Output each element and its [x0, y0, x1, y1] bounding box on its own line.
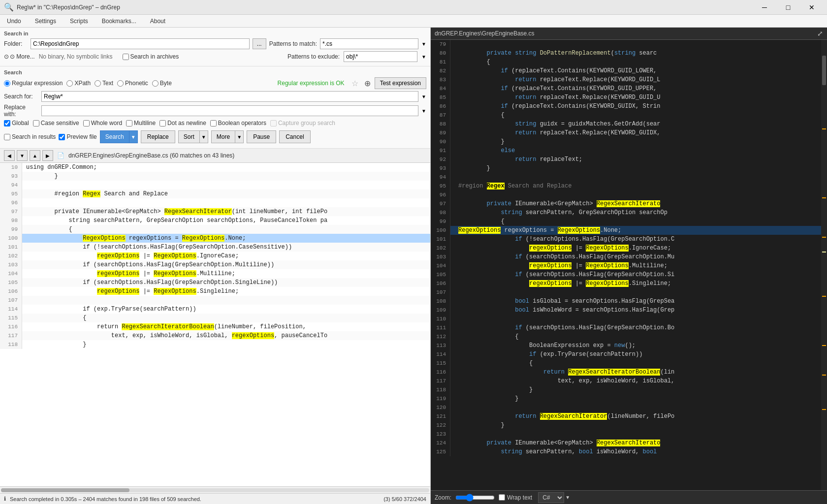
- case-label[interactable]: Case sensitive: [33, 120, 79, 126]
- lang-dropdown-arrow[interactable]: ▼: [565, 495, 570, 500]
- add-icon[interactable]: ⊕: [364, 79, 371, 88]
- list-item: 97 private IEnumerable<GrepMatch> RegexS…: [431, 199, 821, 208]
- wrap-text-checkbox[interactable]: [499, 494, 505, 501]
- preview-checkbox[interactable]: [59, 134, 65, 140]
- folder-input[interactable]: [31, 38, 250, 49]
- dropdown-arrow-search[interactable]: ▼: [421, 94, 426, 99]
- replace-with-input[interactable]: [41, 105, 418, 116]
- more-btn[interactable]: More: [211, 130, 235, 143]
- browse-btn[interactable]: ...: [253, 38, 266, 49]
- minimize-btn[interactable]: ─: [753, 1, 776, 13]
- test-expression-btn[interactable]: Test expression: [375, 77, 426, 89]
- menu-about[interactable]: About: [147, 17, 168, 26]
- menu-scripts[interactable]: Scripts: [67, 17, 91, 26]
- list-item: 96: [431, 190, 821, 199]
- exclude-input[interactable]: [344, 51, 417, 62]
- nav-up-btn[interactable]: ▲: [30, 150, 40, 161]
- dropdown-arrow-patterns[interactable]: ▼: [421, 41, 426, 47]
- line-content: if (searchOptions.HasFlag(GrepSearchOpti…: [22, 260, 274, 269]
- right-panel-header: dnGREP.Engines\GrepEngineBase.cs ⤢: [431, 28, 827, 40]
- whole-checkbox[interactable]: [83, 120, 90, 126]
- byte-radio[interactable]: [152, 80, 159, 87]
- zoom-slider[interactable]: [455, 494, 495, 502]
- line-number: 100: [0, 234, 22, 243]
- search-results-label[interactable]: Search in results: [4, 133, 56, 140]
- lang-dropdown[interactable]: C# Text: [538, 492, 564, 503]
- search-split-btn: Search ▼: [100, 130, 138, 143]
- search-for-input[interactable]: [41, 91, 418, 102]
- list-item: 100 RegexOptions regexOptions = RegexOpt…: [431, 226, 821, 235]
- nav-down-btn[interactable]: ▼: [17, 150, 28, 161]
- scroll-mark-8: [822, 409, 826, 410]
- patterns-match-input[interactable]: [320, 38, 418, 49]
- menu-bookmarks[interactable]: Bookmarks...: [99, 17, 139, 26]
- nav-left-btn[interactable]: ◀: [4, 150, 15, 161]
- line-content: regexOptions |= RegexOptions.IgnoreCase;: [22, 252, 239, 260]
- scrollbar-thumb[interactable]: [822, 56, 826, 85]
- global-checkbox[interactable]: [4, 120, 10, 126]
- byte-radio-label[interactable]: Byte: [152, 80, 172, 87]
- list-item: 81 {: [431, 58, 821, 66]
- more-dropdown-btn[interactable]: ▼: [235, 130, 244, 143]
- line-content: RegexOptions regexOptions = RegexOptions…: [22, 234, 246, 243]
- results-area: ◀ ▼ ▲ ▶ 📄 dnGREP.Engines\GrepEngineBase.…: [0, 149, 430, 493]
- menu-settings[interactable]: Settings: [32, 17, 59, 26]
- pause-btn[interactable]: Pause: [247, 130, 276, 143]
- list-item: 80 private string DoPatternReplacement(s…: [431, 49, 821, 58]
- boolean-checkbox[interactable]: [210, 120, 217, 126]
- star-icon[interactable]: ☆: [351, 79, 358, 88]
- multiline-checkbox[interactable]: [126, 120, 132, 126]
- regex-radio[interactable]: [4, 80, 10, 87]
- more-options-btn[interactable]: ⊙ ⊙ More...: [4, 53, 35, 60]
- capture-label[interactable]: Capture group search: [270, 120, 335, 126]
- list-item: 90 }: [431, 137, 821, 146]
- search-dropdown-btn[interactable]: ▼: [129, 130, 138, 143]
- right-code-scroll[interactable]: 79 80 private string DoPatternReplacemen…: [431, 40, 821, 490]
- xpath-radio[interactable]: [66, 80, 73, 87]
- right-vertical-scrollbar[interactable]: [821, 40, 827, 490]
- cancel-btn[interactable]: Cancel: [279, 130, 310, 143]
- dot-label[interactable]: Dot as newline: [159, 120, 206, 126]
- global-label[interactable]: Global: [4, 120, 29, 126]
- case-checkbox[interactable]: [33, 120, 39, 126]
- xpath-radio-label[interactable]: XPath: [66, 80, 91, 87]
- search-results-checkbox[interactable]: [4, 134, 10, 140]
- list-item: 88 string guidx = guidxMatches.GetOrAdd(…: [431, 120, 821, 128]
- results-content[interactable]: 10 using dnGREP.Common; 93 } 94 95: [0, 163, 430, 486]
- text-radio[interactable]: [95, 80, 101, 87]
- horizontal-scrollbar[interactable]: [0, 486, 430, 493]
- multiline-label[interactable]: Multiline: [126, 120, 156, 126]
- nav-right-btn[interactable]: ▶: [42, 150, 53, 161]
- dot-checkbox[interactable]: [159, 120, 166, 126]
- preview-label[interactable]: Preview file: [59, 133, 96, 140]
- line-content: {: [22, 314, 86, 322]
- main-container: Search in Folder: ... Patterns to match:…: [0, 28, 827, 504]
- scrollbar-thumb[interactable]: [1, 488, 129, 492]
- status-message: Search completed in 0.305s – 2404 matche…: [10, 496, 201, 502]
- archive-checkbox[interactable]: [123, 54, 129, 60]
- wrap-text-label[interactable]: Wrap text: [499, 494, 532, 501]
- whole-label[interactable]: Whole word: [83, 120, 122, 126]
- text-radio-label[interactable]: Text: [95, 80, 113, 87]
- list-item: 99 {: [431, 217, 821, 226]
- replace-with-row: Replace with: ▼: [4, 104, 426, 118]
- list-item: 105 if (searchOptions.HasFlag(GrepSearch…: [431, 270, 821, 279]
- phonetic-radio[interactable]: [117, 80, 124, 87]
- replace-btn[interactable]: Replace: [141, 130, 175, 143]
- menu-undo[interactable]: Undo: [4, 17, 24, 26]
- list-item: 108 bool isGlobal = searchOptions.HasFla…: [431, 297, 821, 306]
- phonetic-radio-label[interactable]: Phonetic: [117, 80, 148, 87]
- capture-checkbox[interactable]: [270, 120, 277, 126]
- sort-dropdown-btn[interactable]: ▼: [199, 130, 208, 143]
- dropdown-arrow-replace[interactable]: ▼: [421, 108, 426, 114]
- sort-btn[interactable]: Sort: [178, 130, 199, 143]
- close-btn[interactable]: ✕: [800, 1, 823, 13]
- boolean-label[interactable]: Boolean operators: [210, 120, 266, 126]
- search-btn[interactable]: Search: [100, 130, 129, 143]
- maximize-btn[interactable]: □: [777, 1, 799, 13]
- expand-icon[interactable]: ⤢: [817, 30, 823, 37]
- regex-radio-label[interactable]: Regular expression: [4, 80, 63, 87]
- dropdown-arrow-exclude[interactable]: ▼: [421, 54, 426, 60]
- archive-checkbox-label[interactable]: Search in archives: [123, 53, 179, 60]
- list-item: 112 {: [431, 332, 821, 341]
